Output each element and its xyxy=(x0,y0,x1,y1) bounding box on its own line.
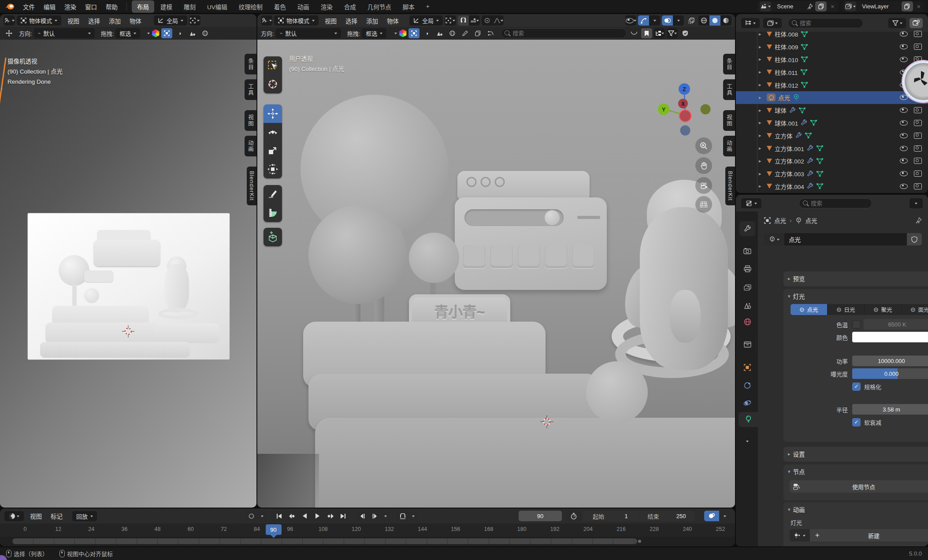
annotate-tool[interactable] xyxy=(264,185,282,204)
use-preview-range-icon[interactable] xyxy=(566,511,582,521)
workspace-tab[interactable]: 纹理绘制 xyxy=(234,0,268,13)
keying-dropdown-icon[interactable] xyxy=(720,511,730,521)
pin-icon[interactable] xyxy=(807,4,813,10)
tab-scene-properties[interactable] xyxy=(739,298,755,313)
object-name[interactable]: 柱体.008 xyxy=(775,30,798,38)
timeline-playhead[interactable]: 90 xyxy=(266,524,282,535)
viewlayer-browse-icon[interactable] xyxy=(845,1,856,11)
outliner-row[interactable]: ▸ 柱体.009 xyxy=(736,41,928,53)
timeline[interactable]: 视图标记 回放 90 起始1 结束250 xyxy=(0,508,735,546)
panel-animation[interactable]: ▾动画 灯光 + 新建 xyxy=(783,502,928,546)
playback-menu[interactable]: 回放 xyxy=(72,511,97,521)
next-keyframe-button[interactable] xyxy=(324,511,337,521)
panel-light[interactable]: ▾灯光 点光日光聚光面光 色温 6500 K ● 颜色 ● 功率 10000.0… xyxy=(783,289,928,442)
outliner-display-mode-icon[interactable] xyxy=(741,18,760,28)
cursor-tool[interactable] xyxy=(264,75,282,93)
outliner-row[interactable]: ▸ 立方体.001 xyxy=(736,142,928,155)
sidebar-toggle-arrow[interactable]: › xyxy=(1,85,3,92)
timeline-ruler[interactable]: 0122436486072849610812013214415616818019… xyxy=(0,523,735,537)
topbar-menu-item[interactable]: 帮助 xyxy=(101,2,122,11)
scale-tool[interactable] xyxy=(264,141,282,160)
tab-tool[interactable]: 工具 xyxy=(245,79,256,100)
direction-selector[interactable]: ⌁默认 xyxy=(276,28,341,38)
scene-browse-icon[interactable] xyxy=(760,1,771,11)
viewport-menu-item[interactable]: 视图 xyxy=(320,16,341,25)
radius-field[interactable]: 3.58 m xyxy=(852,404,928,415)
step-forward-button[interactable] xyxy=(368,511,381,521)
blender-logo-icon[interactable] xyxy=(4,3,15,11)
orientation-selector[interactable]: 全局 xyxy=(409,15,443,26)
mode-selector[interactable]: 物体模式 xyxy=(17,15,61,26)
outliner-row[interactable]: ▸ 点光 xyxy=(736,91,928,104)
workspace-tab[interactable]: 合成 xyxy=(339,0,361,13)
viewport-menu-item[interactable]: 选择 xyxy=(84,16,104,25)
workspace-tab[interactable]: 脚本 xyxy=(397,0,420,13)
action-browse-icon[interactable] xyxy=(790,529,810,541)
outliner-row[interactable]: ▸ 立方体.004 xyxy=(736,180,928,193)
hide-eye-icon[interactable] xyxy=(900,44,908,49)
add-cube-tool[interactable] xyxy=(264,228,282,246)
scrollbar-end-handle[interactable] xyxy=(638,540,641,543)
tab-animation[interactable]: 动画 xyxy=(723,136,735,156)
outliner-row[interactable]: ▸ 柱体.012 xyxy=(736,78,928,91)
pan-hand-button[interactable] xyxy=(695,157,712,174)
workspace-tab[interactable]: 雕刻 xyxy=(178,0,201,13)
bk-asset-model-icon[interactable] xyxy=(161,28,172,38)
workspace-tab[interactable]: 着色 xyxy=(269,0,291,13)
zoom-button[interactable] xyxy=(695,137,712,154)
play-reverse-button[interactable] xyxy=(298,511,311,521)
tab-collection-properties[interactable] xyxy=(739,337,755,352)
disable-render-icon[interactable] xyxy=(914,107,922,113)
light-type-button[interactable]: 点光 xyxy=(791,304,828,315)
normalize-checkbox[interactable]: ✓ xyxy=(852,382,861,391)
bk-asset-hdr-icon[interactable] xyxy=(200,28,211,38)
tab-viewlayer-properties[interactable] xyxy=(739,280,755,295)
bk-asset-printable-icon[interactable] xyxy=(472,28,483,38)
disable-render-icon[interactable] xyxy=(914,120,922,126)
topbar-menu-item[interactable]: 文件 xyxy=(19,2,39,11)
use-nodes-button[interactable]: 使用节点 xyxy=(790,480,928,493)
viewport-menu-item[interactable]: 物体 xyxy=(382,16,403,25)
soft-falloff-checkbox[interactable]: ✓ xyxy=(852,418,861,426)
properties-options-icon[interactable] xyxy=(909,198,923,208)
tab-animation[interactable]: 动画 xyxy=(245,136,256,156)
breadcrumb-data[interactable]: 点光 xyxy=(806,216,817,225)
transform-tool[interactable] xyxy=(264,160,282,178)
outliner-filter-icon[interactable] xyxy=(888,18,906,28)
temp-value-field[interactable]: 6500 K xyxy=(864,319,928,330)
measure-tool[interactable] xyxy=(264,204,282,222)
tab-tool-properties[interactable] xyxy=(739,221,755,236)
timeline-scrollbar[interactable] xyxy=(12,538,637,544)
tab-render-properties[interactable] xyxy=(739,243,755,258)
tab-light-data-properties[interactable] xyxy=(739,412,758,427)
object-name[interactable]: 柱体.011 xyxy=(775,68,798,77)
move-tool[interactable] xyxy=(264,104,282,123)
current-frame-field[interactable]: 90 xyxy=(519,511,562,521)
tab-item[interactable]: 条目 xyxy=(723,54,735,74)
disable-render-icon[interactable] xyxy=(914,145,922,152)
viewport-menu-item[interactable]: 物体 xyxy=(125,16,146,25)
disable-render-icon[interactable] xyxy=(914,44,922,50)
filter-funnel-icon[interactable] xyxy=(667,28,678,38)
show-gizmo-eye-icon[interactable] xyxy=(625,15,636,26)
hide-eye-icon[interactable] xyxy=(900,158,908,163)
topbar-menu-item[interactable]: 渲染 xyxy=(60,2,81,11)
viewlayer-new-icon[interactable] xyxy=(902,1,913,11)
pivot-point-icon[interactable] xyxy=(189,15,200,26)
add-workspace-button[interactable]: + xyxy=(421,1,435,11)
bk-asset-material-icon[interactable]: ◑ xyxy=(174,28,185,38)
disable-render-icon[interactable] xyxy=(914,31,922,37)
object-name[interactable]: 立方体 xyxy=(775,131,793,140)
outliner-row[interactable]: ▸ 立方体.003 xyxy=(736,167,928,180)
light-browse-icon[interactable] xyxy=(764,233,784,245)
hide-eye-icon[interactable] xyxy=(900,31,908,37)
xray-toggle-icon[interactable] xyxy=(686,15,697,26)
properties-search-input[interactable] xyxy=(799,198,872,208)
step-dropdown-icon[interactable] xyxy=(381,511,390,521)
workspace-tab[interactable]: 渲染 xyxy=(316,0,338,13)
object-name[interactable]: 柱体.010 xyxy=(775,55,798,64)
panel-preview[interactable]: ▸预览 xyxy=(783,271,928,286)
main-viewport[interactable]: 物体模式 视图选择添加物体 全局 xyxy=(257,14,735,508)
prev-keyframe-button[interactable] xyxy=(286,511,298,521)
drag-selector[interactable]: 框选 xyxy=(115,28,140,38)
